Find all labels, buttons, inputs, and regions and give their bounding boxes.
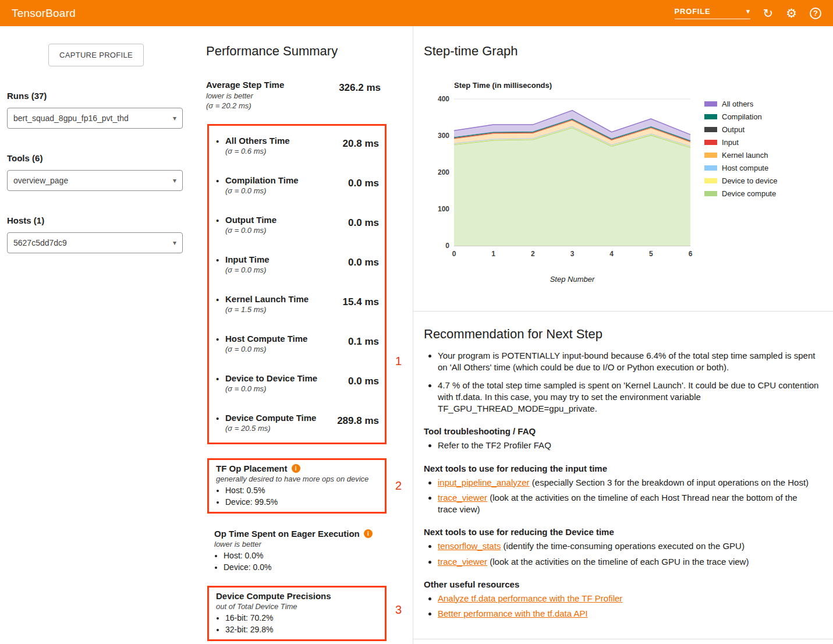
bullet: • (216, 215, 225, 225)
legend-label: Output (722, 125, 745, 134)
bullet: • (216, 295, 225, 305)
step-time-graph-section: Step-time Graph Step Time (in millisecon… (413, 26, 833, 312)
chevron-down-icon: ▾ (173, 239, 176, 247)
hosts-select[interactable]: 5627c5dd7dc9 ▾ (7, 232, 183, 253)
legend-item: Host compute (704, 164, 777, 172)
metric-row: • Input Time (σ = 0.0 ms) 0.0 ms (216, 245, 379, 284)
svg-text:100: 100 (438, 205, 449, 213)
legend-swatch (704, 140, 717, 145)
eager-execution-list: Host: 0.0% Device: 0.0% (214, 551, 380, 572)
chevron-down-icon: ▾ (173, 176, 176, 185)
metric-sigma: (σ = 0.0 ms) (225, 226, 277, 235)
metric-name: Device to Device Time (225, 373, 317, 383)
runs-select-value: bert_squad_8gpu_fp16_pvt_thd (13, 114, 129, 123)
info-icon[interactable]: i (292, 464, 300, 473)
list-item-text: (especially Section 3 for the breakdown … (530, 477, 809, 487)
metric-row: • Device to Device Time (σ = 0.0 ms) 0.0… (216, 363, 379, 403)
legend-item: Compilation (704, 112, 777, 121)
legend-item: Input (704, 138, 777, 147)
list-item: Device: 99.5% (225, 497, 378, 507)
metric-sigma: (σ = 0.0 ms) (225, 384, 317, 393)
precisions-note: out of Total Device Time (216, 602, 378, 611)
chevron-down-icon: ▾ (173, 114, 176, 122)
bullet: • (216, 255, 225, 265)
legend-swatch (704, 191, 717, 196)
tf-op-placement-list: Host: 0.5% Device: 99.5% (216, 486, 378, 507)
legend-item: Output (704, 125, 777, 134)
help-icon[interactable]: ? (810, 8, 821, 19)
annotation-number-2: 2 (395, 479, 402, 493)
list-item: 16-bit: 70.2% (225, 613, 378, 622)
app-title: TensorBoard (12, 7, 76, 20)
metric-sigma: (σ = 20.5 ms) (225, 424, 316, 433)
sidebar: CAPTURE PROFILE Runs (37) bert_squad_8gp… (0, 26, 192, 644)
list-item: tensorflow_stats (identify the time-cons… (438, 540, 819, 552)
input-pipeline-analyzer-link[interactable]: input_pipeline_analyzer (438, 477, 530, 487)
trace-viewer-link[interactable]: trace_viewer (438, 557, 487, 567)
svg-text:1: 1 (491, 250, 495, 258)
runs-select[interactable]: bert_squad_8gpu_fp16_pvt_thd ▾ (7, 108, 183, 129)
dashboard-selector[interactable]: PROFILE ▾ (675, 7, 750, 19)
faq-item-text: Refer to the TF2 Profiler FAQ (438, 440, 551, 450)
refresh-icon[interactable]: ↻ (763, 7, 774, 19)
metric-sigma: (σ = 0.0 ms) (225, 186, 299, 195)
list-item: Analyze tf.data performance with the TF … (438, 593, 819, 604)
metric-value: 15.4 ms (343, 294, 379, 308)
legend-swatch (704, 127, 717, 132)
legend-item: Device compute (704, 189, 777, 198)
annotation-box-3: Device Compute Precisions out of Total D… (207, 586, 387, 641)
runs-label: Runs (37) (7, 91, 183, 101)
svg-text:3: 3 (570, 250, 575, 258)
list-item: 32-bit: 29.8% (225, 625, 378, 634)
gear-icon[interactable]: ⚙ (786, 7, 797, 19)
metric-list: • All Others Time (σ = 0.6 ms) 20.8 ms •… (209, 126, 385, 443)
tools-label: Tools (6) (7, 153, 183, 163)
bullet: • (216, 176, 225, 186)
metric-name: Device Compute Time (225, 413, 316, 423)
svg-text:5: 5 (649, 250, 653, 258)
legend-swatch (704, 178, 717, 183)
tools-select[interactable]: overview_page ▾ (7, 170, 183, 191)
metric-name: All Others Time (225, 136, 290, 146)
trace-viewer-link[interactable]: trace_viewer (438, 493, 487, 503)
metric-row: • All Others Time (σ = 0.6 ms) 20.8 ms (216, 126, 379, 165)
tensorflow-stats-link[interactable]: tensorflow_stats (438, 541, 501, 551)
legend-swatch (704, 153, 717, 158)
annotation-wrap-2: TF Op Placement i generally desired to h… (207, 458, 405, 514)
svg-text:300: 300 (438, 132, 449, 140)
legend-label: Compilation (722, 112, 762, 121)
recommendation-bullets: Your program is POTENTIALLY input-bound … (424, 350, 819, 415)
legend-label: Input (722, 138, 739, 147)
recommendation-bullet: 4.7 % of the total step time sampled is … (438, 380, 819, 415)
recommendation-title: Recommendation for Next Step (424, 327, 819, 342)
svg-text:400: 400 (438, 95, 449, 103)
tfdata-performance-link[interactable]: Analyze tf.data performance with the TF … (438, 593, 622, 603)
dashboard-selector-value: PROFILE (675, 7, 711, 16)
top-bar: TensorBoard PROFILE ▾ ↻ ⚙ ? (0, 0, 833, 26)
capture-profile-button[interactable]: CAPTURE PROFILE (48, 44, 144, 66)
list-item: Host: 0.0% (224, 551, 380, 560)
tools-field: Tools (6) overview_page ▾ (7, 153, 183, 191)
average-step-time-row: Average Step Time lower is better (σ = 2… (206, 80, 413, 110)
metric-row: • Compilation Time (σ = 0.0 ms) 0.0 ms (216, 165, 379, 205)
svg-text:200: 200 (438, 168, 449, 176)
legend-swatch (704, 101, 717, 107)
main-content: CAPTURE PROFILE Runs (37) bert_squad_8gp… (0, 26, 833, 644)
info-icon[interactable]: i (364, 529, 373, 538)
hosts-select-value: 5627c5dd7dc9 (13, 238, 67, 247)
metric-sigma: (σ = 20.2 ms) (206, 101, 284, 110)
legend-label: Host compute (722, 164, 768, 172)
tfdata-api-link[interactable]: Better performance with the tf.data API (438, 608, 588, 618)
chart-title: Step Time (in milliseconds) (454, 81, 696, 90)
chart-area: Step Time (in milliseconds) 010020030040… (428, 81, 833, 284)
list-item: input_pipeline_analyzer (especially Sect… (438, 477, 819, 489)
faq-list: Refer to the TF2 Profiler FAQ (424, 440, 819, 451)
metric-row: • Output Time (σ = 0.0 ms) 0.0 ms (216, 205, 379, 245)
recommendation-section: Recommendation for Next Step Your progra… (413, 312, 833, 639)
legend-label: All others (722, 100, 753, 108)
bullet: • (216, 374, 225, 384)
runs-field: Runs (37) bert_squad_8gpu_fp16_pvt_thd ▾ (7, 91, 183, 129)
metric-value: 20.8 ms (343, 136, 379, 150)
faq-heading: Tool troubleshooting / FAQ (424, 426, 819, 436)
resources-list: Analyze tf.data performance with the TF … (424, 593, 819, 620)
